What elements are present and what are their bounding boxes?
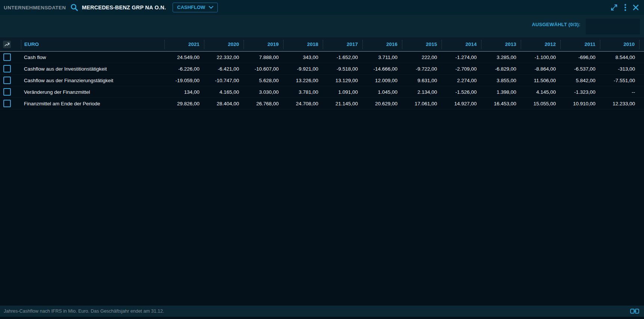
row-value: -10.747,00 — [204, 78, 244, 83]
row-checkbox[interactable] — [3, 53, 11, 61]
more-options-button[interactable] — [624, 4, 626, 11]
row-select-cell — [0, 53, 21, 61]
column-header-year: 2014 — [442, 40, 481, 49]
row-select-cell — [0, 100, 21, 107]
selection-bar: AUSGEWÄHLT (0/3): — [0, 15, 644, 37]
window-bottom-edge — [0, 317, 644, 319]
row-value: 11.506,00 — [521, 78, 560, 83]
column-header-year: 2021 — [164, 40, 204, 49]
table-row: Cash flow 24.549,00 22.332,00 7.888,00 3… — [0, 52, 644, 63]
footnote-text: Jahres-Cashflow nach IFRS in Mio. Euro. … — [4, 309, 164, 314]
row-value: 7.888,00 — [244, 55, 283, 60]
row-label: Finanzmittel am Ende der Periode — [21, 101, 164, 106]
row-value: 13.129,00 — [323, 78, 362, 83]
selected-count-label: AUSGEWÄHLT (0/3): — [532, 22, 580, 27]
table-row: Veränderung der Finanzmittel 134,00 4.16… — [0, 86, 644, 98]
row-value: 13.226,00 — [283, 78, 323, 83]
row-checkbox[interactable] — [3, 88, 11, 96]
row-value: 3.855,00 — [481, 78, 521, 83]
column-header-currency: EURO — [21, 40, 164, 49]
close-icon — [633, 4, 639, 10]
row-value: -8.864,00 — [521, 66, 560, 72]
link-windows-button[interactable] — [630, 309, 639, 314]
row-value: 5.842,00 — [560, 78, 600, 83]
table-row: Cashflow aus der Investitionstätigkeit -… — [0, 63, 644, 75]
row-value: -1.100,00 — [521, 55, 560, 60]
row-value: -7.551,00 — [600, 78, 640, 83]
row-value: -1.274,00 — [442, 55, 481, 60]
row-value: -1.652,00 — [323, 55, 362, 60]
company-data-window: UNTERNEHMENSDATEN MERCEDES-BENZ GRP NA O… — [0, 0, 644, 319]
close-button[interactable] — [633, 4, 639, 10]
row-value: 5.628,00 — [244, 78, 283, 83]
row-value: 10.910,00 — [560, 101, 600, 106]
column-header-year: 2013 — [481, 40, 521, 49]
row-value: 4.145,00 — [521, 89, 560, 95]
column-header-year: 2017 — [323, 40, 362, 49]
row-select-cell — [0, 65, 21, 72]
row-label: Veränderung der Finanzmittel — [21, 89, 164, 95]
window-controls — [610, 4, 639, 11]
view-selector-dropdown[interactable]: CASHFLOW — [173, 3, 218, 12]
column-header-year: 2019 — [244, 40, 283, 49]
view-selector-value: CASHFLOW — [177, 4, 205, 10]
column-header-year: 2015 — [402, 40, 442, 49]
row-value: 343,00 — [283, 55, 323, 60]
row-label: Cash flow — [21, 55, 164, 60]
row-value: 24.549,00 — [164, 55, 204, 60]
row-label: Cashflow aus der Investitionstätigkeit — [21, 66, 164, 72]
footer-bar: Jahres-Cashflow nach IFRS in Mio. Euro. … — [0, 306, 644, 317]
row-value: 3.030,00 — [244, 89, 283, 95]
row-value: 3.285,00 — [481, 55, 521, 60]
link-icon — [630, 309, 639, 314]
chevron-down-icon — [209, 6, 213, 9]
row-value: 3.781,00 — [283, 89, 323, 95]
table-row: Cashflow aus der Finanzierungstätigkeit … — [0, 75, 644, 86]
chart-button[interactable] — [3, 41, 11, 48]
row-value: 28.404,00 — [204, 101, 244, 106]
row-value: -19.059,00 — [164, 78, 204, 83]
row-value: -9.518,00 — [323, 66, 362, 72]
row-value: -6.226,00 — [164, 66, 204, 72]
row-select-cell — [0, 77, 21, 84]
row-value: -9.921,00 — [283, 66, 323, 72]
kebab-menu-icon — [624, 4, 626, 11]
row-value: -6.829,00 — [481, 66, 521, 72]
row-checkbox[interactable] — [3, 77, 11, 84]
row-value: -1.323,00 — [560, 89, 600, 95]
row-value: -10.607,00 — [244, 66, 283, 72]
row-value: -696,00 — [560, 55, 600, 60]
row-value: 1.045,00 — [362, 89, 402, 95]
row-checkbox[interactable] — [3, 65, 11, 72]
row-value: 21.145,00 — [323, 101, 362, 106]
column-header-year: 2012 — [521, 40, 560, 49]
row-value: 14.927,00 — [442, 101, 481, 106]
column-header-year: 2010 — [600, 40, 640, 49]
row-value: 12.009,00 — [362, 78, 402, 83]
selected-items-dropzone — [586, 19, 640, 34]
row-value: 1.398,00 — [481, 89, 521, 95]
row-value: 29.826,00 — [164, 101, 204, 106]
row-value: 22.332,00 — [204, 55, 244, 60]
chart-column-header — [0, 41, 21, 48]
row-select-cell — [0, 88, 21, 96]
row-value: 26.768,00 — [244, 101, 283, 106]
column-header-year: 2016 — [362, 40, 402, 49]
row-value: 3.711,00 — [362, 55, 402, 60]
row-value: 8.544,00 — [600, 55, 640, 60]
table-header-row: EURO 2021 2020 2019 2018 2017 2016 2015 … — [0, 37, 644, 52]
row-label: Cashflow aus der Finanzierungstätigkeit — [21, 78, 164, 83]
row-value: 2.274,00 — [442, 78, 481, 83]
table-row: Finanzmittel am Ende der Periode 29.826,… — [0, 98, 644, 109]
row-value: 16.453,00 — [481, 101, 521, 106]
row-value: 17.061,00 — [402, 101, 442, 106]
row-value: 134,00 — [164, 89, 204, 95]
expand-button[interactable] — [610, 4, 618, 11]
row-value: -9.722,00 — [402, 66, 442, 72]
row-value: 1.091,00 — [323, 89, 362, 95]
security-name[interactable]: MERCEDES-BENZ GRP NA O.N. — [82, 4, 166, 10]
search-button[interactable] — [70, 3, 78, 12]
row-checkbox[interactable] — [3, 100, 11, 107]
column-header-year: 2011 — [560, 40, 600, 49]
module-title: UNTERNEHMENSDATEN — [4, 5, 66, 10]
